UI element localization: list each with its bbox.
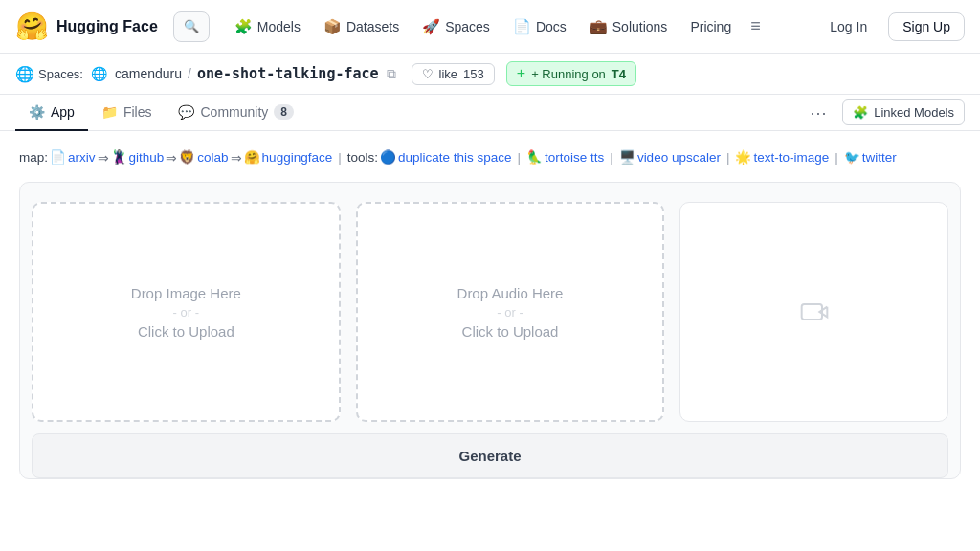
audio-upload-panel[interactable]: Drop Audio Here - or - Click to Upload — [356, 202, 665, 422]
audio-or-text: - or - — [497, 305, 523, 320]
logo-text: Hugging Face — [56, 18, 158, 35]
tab-files[interactable]: 📁 Files — [88, 95, 166, 131]
arxiv-emoji: 📄 — [50, 146, 66, 169]
nav-datasets[interactable]: 📦 Datasets — [314, 12, 409, 41]
linked-models-icon: 🧩 — [853, 105, 868, 120]
colab-emoji: 🦁 — [179, 146, 195, 169]
image-click-text: Click to Upload — [138, 323, 234, 340]
spaces-label: Spaces: — [38, 67, 83, 81]
nav-right: Log In Sign Up — [816, 12, 965, 41]
copy-link-button[interactable]: ⧉ — [387, 66, 396, 82]
community-tab-icon: 💬 — [178, 104, 194, 120]
panels-row: Drop Image Here - or - Click to Upload D… — [32, 202, 948, 422]
app-tab-icon: ⚙️ — [29, 104, 45, 120]
heart-icon: ♡ — [422, 67, 434, 81]
image-upload-panel[interactable]: Drop Image Here - or - Click to Upload — [32, 202, 341, 422]
video-upscaler-emoji: 🖥️ — [619, 146, 635, 169]
spaces-icon: 🚀 — [422, 18, 440, 35]
huggingface-link[interactable]: huggingface — [262, 146, 333, 169]
solutions-icon: 💼 — [590, 18, 608, 35]
twitter-emoji: 🐦 — [844, 146, 860, 169]
generate-button[interactable]: Generate — [32, 433, 948, 478]
video-icon — [799, 297, 830, 327]
user-link[interactable]: camenduru — [115, 66, 182, 81]
top-nav: 🤗 Hugging Face 🔍 🧩 Models 📦 Datasets 🚀 S… — [0, 0, 980, 54]
arxiv-link[interactable]: arxiv — [68, 146, 96, 169]
main-content: map: 📄 arxiv ⇒ 🦹 github ⇒ 🦁 colab ⇒ 🤗 hu… — [0, 131, 980, 495]
docs-icon: 📄 — [513, 18, 531, 35]
nav-links: 🧩 Models 📦 Datasets 🚀 Spaces 📄 Docs 💼 So… — [225, 12, 809, 41]
image-or-text: - or - — [173, 305, 199, 320]
signup-button[interactable]: Sign Up — [888, 12, 965, 41]
models-icon: 🧩 — [234, 18, 253, 35]
panels-wrapper: Drop Image Here - or - Click to Upload D… — [19, 182, 961, 479]
like-label: like — [439, 67, 458, 81]
community-badge: 8 — [274, 104, 294, 120]
video-panel — [679, 202, 948, 422]
nav-models[interactable]: 🧩 Models — [225, 12, 310, 41]
breadcrumb-slash: / — [188, 66, 191, 81]
nav-spaces[interactable]: 🚀 Spaces — [412, 12, 500, 41]
logo[interactable]: 🤗 Hugging Face — [15, 11, 158, 42]
breadcrumb: 🌐 Spaces: 🌐 camenduru / one-shot-talking… — [0, 54, 980, 95]
files-tab-icon: 📁 — [101, 104, 118, 120]
nav-pricing[interactable]: Pricing — [680, 13, 741, 40]
video-upscaler-link[interactable]: video upscaler — [637, 146, 721, 169]
t4-chip: T4 — [612, 67, 626, 81]
login-button[interactable]: Log In — [816, 13, 880, 40]
map-prefix: map: — [19, 146, 48, 169]
duplicate-emoji: 🔵 — [380, 146, 396, 169]
more-nav-button[interactable]: ≡ — [745, 12, 767, 40]
audio-click-text: Click to Upload — [462, 323, 559, 340]
tab-app[interactable]: ⚙️ App — [15, 95, 88, 131]
nav-docs[interactable]: 📄 Docs — [503, 12, 576, 41]
datasets-icon: 📦 — [323, 18, 342, 35]
like-badge[interactable]: ♡ like 153 — [412, 63, 495, 85]
repo-name: one-shot-talking-face — [197, 65, 379, 82]
running-badge: + + Running on T4 — [506, 61, 636, 86]
tabs-right: ⋯ 🧩 Linked Models — [802, 99, 965, 127]
github-link[interactable]: github — [129, 146, 165, 169]
github-emoji: 🦹 — [111, 146, 127, 169]
tools-prefix: tools: — [347, 146, 378, 169]
running-label: + Running on — [531, 67, 606, 81]
generate-row: Generate — [32, 433, 948, 478]
search-button[interactable]: 🔍 — [173, 11, 210, 42]
audio-drop-text: Drop Audio Here — [457, 285, 564, 301]
tab-community[interactable]: 💬 Community 8 — [165, 95, 306, 131]
tortoise-emoji: 🦜 — [526, 146, 543, 169]
tabs-more-button[interactable]: ⋯ — [802, 99, 835, 127]
map-line: map: 📄 arxiv ⇒ 🦹 github ⇒ 🦁 colab ⇒ 🤗 hu… — [19, 146, 961, 170]
image-drop-text: Drop Image Here — [131, 285, 241, 301]
linked-models-button[interactable]: 🧩 Linked Models — [842, 99, 965, 125]
logo-emoji: 🤗 — [15, 11, 49, 42]
duplicate-link[interactable]: duplicate this space — [398, 146, 512, 169]
colab-link[interactable]: colab — [197, 146, 228, 169]
running-dot: + — [517, 65, 525, 82]
twitter-link[interactable]: 🐦 twitter — [844, 146, 897, 169]
tortoise-link[interactable]: tortoise tts — [545, 146, 604, 169]
spaces-emoji: 🌐 — [15, 65, 34, 83]
text-to-image-emoji: 🌟 — [735, 146, 751, 169]
text-to-image-link[interactable]: text-to-image — [753, 146, 829, 169]
search-icon: 🔍 — [184, 19, 199, 33]
globe-emoji: 🌐 — [91, 66, 107, 81]
huggingface-emoji: 🤗 — [244, 146, 260, 169]
tabs-bar: ⚙️ App 📁 Files 💬 Community 8 ⋯ 🧩 Linked … — [0, 95, 980, 131]
like-count: 153 — [463, 67, 484, 81]
nav-solutions[interactable]: 💼 Solutions — [580, 12, 678, 41]
